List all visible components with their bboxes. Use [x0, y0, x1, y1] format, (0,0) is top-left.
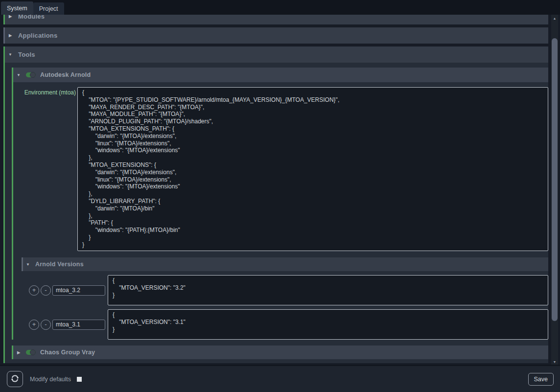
arnold-enabled-toggle[interactable] — [26, 72, 36, 77]
add-version-button[interactable]: + — [29, 285, 39, 296]
settings-tabbar: System Project — [0, 0, 560, 15]
chevron-down-icon[interactable]: ▼ — [16, 73, 22, 77]
modify-defaults-checkbox[interactable] — [77, 377, 82, 382]
version-name-input[interactable] — [52, 285, 105, 296]
version-row: + - { "MTOA_VERSION": "3.2" } — [22, 275, 548, 305]
section-title-autodesk-arnold: Autodesk Arnold — [40, 71, 91, 78]
scrollbar-thumb[interactable] — [552, 38, 558, 321]
section-title-tools: Tools — [18, 51, 35, 58]
version-json-editor[interactable]: { "MTOA_VERSION": "3.1" } — [108, 309, 548, 340]
scroll-down-arrow-icon[interactable]: ▼ — [551, 358, 558, 365]
section-header-arnold-versions[interactable]: ▼ Arnold Versions — [22, 257, 548, 271]
environment-row: Environment (mtoa) { "MTOA": "{PYPE_STUD… — [13, 87, 548, 251]
section-title-modules: Modules — [18, 15, 45, 20]
remove-version-button[interactable]: - — [41, 285, 51, 296]
version-json-text: { "MTOA_VERSION": "3.2" } — [113, 277, 543, 299]
section-header-modules[interactable]: ▶ Modules — [3, 15, 548, 24]
remove-version-button[interactable]: - — [41, 320, 51, 330]
scroll-up-arrow-icon[interactable]: ▲ — [551, 15, 558, 22]
tab-system[interactable]: System — [1, 1, 33, 15]
chevron-right-icon[interactable]: ▶ — [7, 33, 13, 38]
version-row: + - { "MTOA_VERSION": "3.1" } — [22, 309, 548, 340]
modify-defaults-label: Modify defaults — [30, 376, 71, 383]
chevron-down-icon[interactable]: ▼ — [25, 262, 31, 267]
section-title-applications: Applications — [18, 32, 57, 39]
chevron-down-icon[interactable]: ▼ — [7, 52, 13, 57]
section-chaos-group-vray: ▶ Chaos Group Vray — [12, 346, 548, 359]
chevron-right-icon[interactable]: ▶ — [16, 350, 22, 355]
section-header-chaos-group-vray[interactable]: ▶ Chaos Group Vray — [13, 346, 548, 359]
environment-label: Environment (mtoa) — [13, 87, 77, 251]
section-header-tools[interactable]: ▼ Tools — [5, 46, 548, 63]
settings-content: ▶ Modules ▶ Applications ▼ Tools ▼ Autod… — [0, 15, 551, 365]
chevron-right-icon[interactable]: ▶ — [7, 15, 13, 19]
refresh-button[interactable] — [7, 371, 23, 387]
tab-project-label: Project — [39, 5, 58, 12]
tab-system-label: System — [7, 5, 27, 12]
footer-bar: Modify defaults Save — [0, 365, 560, 392]
version-name-input[interactable] — [52, 320, 105, 330]
section-autodesk-arnold: ▼ Autodesk Arnold Environment (mtoa) { "… — [12, 68, 548, 340]
section-header-applications[interactable]: ▶ Applications — [3, 27, 548, 44]
save-button[interactable]: Save — [528, 373, 554, 386]
section-title-arnold-versions: Arnold Versions — [35, 261, 84, 268]
vertical-scrollbar[interactable]: ▲ ▼ — [551, 15, 558, 365]
section-title-chaos-group-vray: Chaos Group Vray — [40, 349, 95, 356]
environment-json-editor[interactable]: { "MTOA": "{PYPE_STUDIO_SOFTWARE}/arnold… — [77, 87, 548, 251]
vray-enabled-toggle[interactable] — [26, 350, 36, 355]
toggle-knob-icon — [30, 349, 36, 355]
refresh-icon — [11, 374, 19, 384]
environment-json-text: { "MTOA": "{PYPE_STUDIO_SOFTWARE}/arnold… — [82, 89, 543, 249]
version-json-editor[interactable]: { "MTOA_VERSION": "3.2" } — [108, 275, 548, 305]
version-json-text: { "MTOA_VERSION": "3.1" } — [113, 311, 543, 333]
toggle-knob-icon — [30, 72, 36, 78]
tab-project[interactable]: Project — [33, 2, 64, 15]
add-version-button[interactable]: + — [29, 320, 39, 330]
settings-scroll-area: ▶ Modules ▶ Applications ▼ Tools ▼ Autod… — [0, 15, 551, 365]
section-header-autodesk-arnold[interactable]: ▼ Autodesk Arnold — [13, 68, 548, 82]
section-tools: ▼ Tools ▼ Autodesk Arnold Environment (m… — [3, 46, 548, 363]
section-arnold-versions: ▼ Arnold Versions + - { "MTOA_VERSION": … — [22, 257, 548, 340]
